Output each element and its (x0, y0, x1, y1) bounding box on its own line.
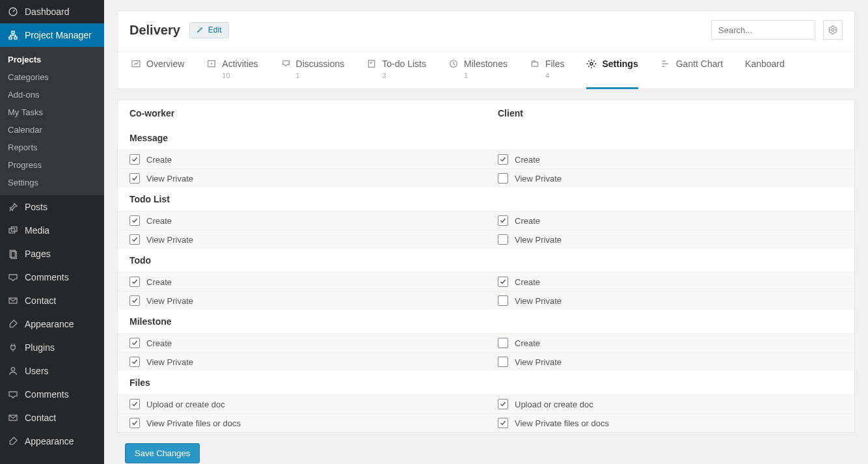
plug-icon (7, 341, 20, 354)
checkbox-coworker-view-private[interactable] (129, 234, 140, 245)
permission-label: View Private (515, 357, 562, 367)
tab-gantt chart[interactable]: Gantt Chart (660, 59, 723, 89)
dashboard-icon (7, 5, 20, 18)
sidebar-item-project manager[interactable]: Project Manager (0, 23, 104, 47)
sidebar-item-comments[interactable]: Comments (0, 383, 104, 406)
permission-label: View Private (515, 235, 562, 245)
permission-row: View PrivateView Private (118, 291, 854, 310)
permission-label: View Private (146, 357, 193, 367)
sidebar-submenu: ProjectsCategoriesAdd-onsMy TasksCalenda… (0, 47, 104, 195)
sidebar-item-appearance[interactable]: Appearance (0, 312, 104, 336)
admin-sidebar: DashboardProject Manager ProjectsCategor… (0, 0, 104, 464)
tab-settings[interactable]: Settings (586, 59, 638, 89)
checkbox-coworker-create[interactable] (129, 338, 140, 348)
checkbox-coworker-create[interactable] (129, 215, 140, 226)
comment-icon (7, 271, 20, 284)
sidebar-subitem-calendar[interactable]: Calendar (0, 121, 104, 139)
tab-count: 3 (382, 72, 386, 79)
column-header-coworker: Co-worker (129, 108, 174, 118)
sidebar-subitem-reports[interactable]: Reports (0, 139, 104, 156)
permission-label: View Private (146, 235, 193, 245)
checkbox-coworker-view-private-files-or-docs[interactable] (129, 418, 140, 428)
media-icon (7, 224, 20, 237)
permission-label: Upload or create doc (515, 400, 593, 409)
sidebar-item-users[interactable]: Users (0, 359, 104, 383)
permission-label: Create (515, 155, 540, 165)
sidebar-item-posts[interactable]: Posts (0, 195, 104, 219)
checkbox-client-create[interactable] (498, 215, 508, 226)
svg-rect-17 (532, 62, 537, 66)
svg-point-14 (211, 63, 212, 64)
permission-label: Create (515, 338, 540, 348)
sidebar-item-plugins[interactable]: Plugins (0, 336, 104, 359)
sidebar-item-contact[interactable]: Contact (0, 289, 104, 312)
permission-label: Create (146, 338, 172, 348)
checkbox-client-view-private[interactable] (498, 295, 508, 306)
checkbox-client-upload-or-create-doc[interactable] (498, 399, 508, 409)
pin-icon (7, 200, 20, 213)
sidebar-item-appearance[interactable]: Appearance (0, 430, 104, 453)
tab-activities[interactable]: Activities10 (206, 59, 258, 89)
checkbox-coworker-create[interactable] (129, 277, 140, 287)
permission-label: View Private files or docs (515, 418, 609, 428)
checkbox-client-view-private-files-or-docs[interactable] (498, 418, 508, 428)
sidebar-subitem-my tasks[interactable]: My Tasks (0, 103, 104, 121)
tab-milestones[interactable]: Milestones1 (448, 59, 508, 89)
project-header-card: Delivery Edit OverviewActivities10Discus… (117, 10, 855, 89)
sidebar-item-contact[interactable]: Contact (0, 406, 104, 430)
tab-discussions[interactable]: Discussions1 (280, 59, 345, 89)
permission-row: CreateCreate (118, 211, 854, 230)
tab-files[interactable]: Files4 (530, 59, 565, 89)
checkbox-client-view-private[interactable] (498, 234, 508, 245)
column-header-client: Client (498, 108, 523, 118)
svg-rect-3 (14, 37, 17, 39)
sidebar-subitem-categories[interactable]: Categories (0, 68, 104, 86)
sidebar-subitem-projects[interactable]: Projects (0, 51, 104, 68)
checkbox-coworker-create[interactable] (129, 154, 140, 165)
sidebar-subitem-add-ons[interactable]: Add-ons (0, 86, 104, 103)
sidebar-subitem-progress[interactable]: Progress (0, 156, 104, 174)
checkbox-coworker-view-private[interactable] (129, 295, 140, 306)
sidebar-subitem-settings[interactable]: Settings (0, 174, 104, 191)
sidebar-item-comments[interactable]: Comments (0, 266, 104, 289)
checkbox-client-create[interactable] (498, 277, 508, 287)
gear-icon (586, 59, 597, 69)
tab-count: 1 (464, 72, 468, 79)
tab-overview[interactable]: Overview (131, 59, 184, 89)
gear-icon (828, 25, 838, 35)
tab-label: Settings (602, 59, 638, 69)
permission-label: Upload or create doc (146, 400, 225, 409)
tab-kanboard[interactable]: Kanboard (745, 59, 785, 89)
sidebar-item-label: Plugins (25, 342, 55, 353)
project-search-input[interactable] (711, 20, 815, 40)
permission-row: CreateCreate (118, 150, 854, 169)
checkbox-coworker-upload-or-create-doc[interactable] (129, 399, 140, 409)
discussion-icon (280, 59, 291, 69)
save-changes-button[interactable]: Save Changes (125, 443, 200, 463)
sidebar-item-pages[interactable]: Pages (0, 242, 104, 266)
checkbox-client-view-private[interactable] (498, 173, 508, 184)
sidebar-item-label: Dashboard (25, 7, 70, 17)
permission-label: Create (515, 216, 540, 226)
tab-label: Gantt Chart (676, 59, 723, 69)
sidebar-item-dashboard[interactable]: Dashboard (0, 0, 104, 23)
tab-to-do lists[interactable]: To-do Lists3 (366, 59, 426, 89)
permission-label: Create (515, 277, 540, 287)
checkbox-client-create[interactable] (498, 154, 508, 165)
sidebar-item-label: Comments (25, 389, 69, 400)
svg-rect-2 (9, 37, 12, 39)
comment-icon (7, 388, 20, 401)
svg-rect-15 (369, 61, 375, 68)
tab-label: To-do Lists (382, 59, 426, 69)
checkbox-coworker-view-private[interactable] (129, 173, 140, 184)
edit-project-button[interactable]: Edit (189, 22, 229, 38)
checkbox-client-create[interactable] (498, 338, 508, 348)
checkbox-coworker-view-private[interactable] (129, 357, 140, 367)
sidebar-item-media[interactable]: Media (0, 219, 104, 242)
tab-label: Kanboard (745, 59, 785, 69)
permission-row: CreateCreate (118, 272, 854, 291)
permission-label: View Private (515, 174, 562, 184)
activities-icon (206, 59, 217, 69)
checkbox-client-view-private[interactable] (498, 357, 508, 367)
project-settings-button[interactable] (823, 20, 843, 40)
